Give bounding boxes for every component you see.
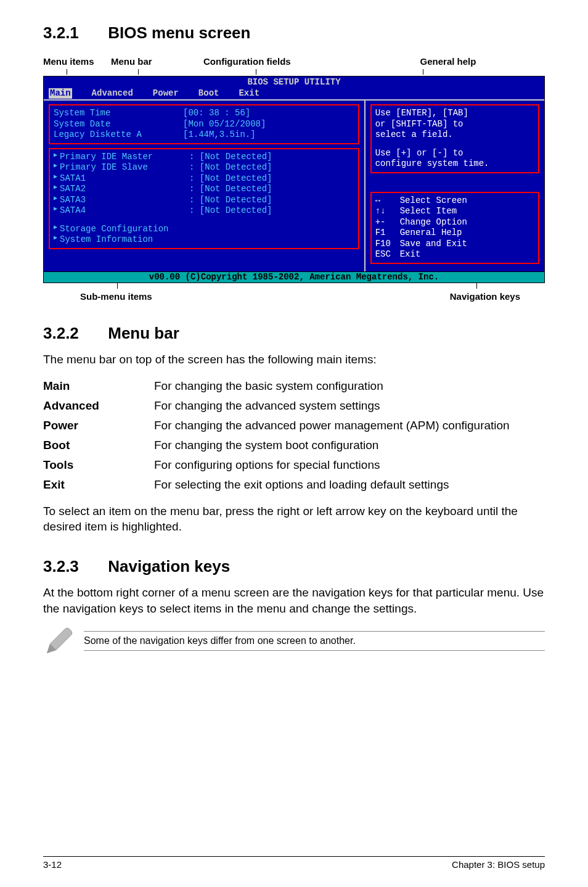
s2-intro: The menu bar on top of the screen has th… [43,352,545,368]
pencil-icon [43,625,75,657]
label-nav-keys: Navigation keys [450,291,520,302]
diagram-top-labels: Menu items Menu bar Configuration fields… [43,56,545,67]
diagram-bottom-labels: Sub-menu items Navigation keys [80,291,520,302]
highlight-box-2: Primary IDE Master: [Not Detected] Prima… [49,148,359,249]
s3-body: At the bottom right corner of a menu scr… [43,585,545,616]
section-number-3: 3.2.3 [43,557,104,576]
definitions-table: MainFor changing the basic system config… [43,376,545,495]
section-heading-3: 3.2.3 Navigation keys [43,557,545,576]
diagram-ticks [43,69,545,75]
section-title-2: Menu bar [108,324,179,342]
highlight-box-1: System Time[00: 38 : 56] System Date[Mon… [49,104,359,144]
page-footer: 3-12 Chapter 3: BIOS setup [43,856,545,870]
chapter-label: Chapter 3: BIOS setup [452,859,545,870]
bios-tab-power[interactable]: Power [153,88,179,99]
s2-outro: To select an item on the menu bar, press… [43,503,545,535]
section-title-3: Navigation keys [108,557,230,576]
highlight-box-keys: ↔Select Screen ↑↓Select Item +-Change Op… [370,192,539,264]
highlight-box-help: Use [ENTER], [TAB] or [SHIFT-TAB] to sel… [370,104,539,173]
note-text: Some of the navigation keys differ from … [84,631,545,651]
section-number-2: 3.2.2 [43,324,104,343]
label-sub-items: Sub-menu items [80,291,152,302]
note-block: Some of the navigation keys differ from … [43,625,545,657]
section-title: BIOS menu screen [108,23,250,42]
label-config-fields: Configuration fields [203,56,351,67]
section-heading-2: 3.2.2 Menu bar [43,324,545,343]
diagram-bottom-ticks [43,283,545,289]
label-menu-items: Menu items [43,56,111,67]
label-general-help: General help [351,56,545,67]
bios-tab-boot[interactable]: Boot [198,88,219,99]
bios-footer: v00.00 (C)Copyright 1985-2002, American … [44,271,544,283]
bios-help-panel: Use [ENTER], [TAB] or [SHIFT-TAB] to sel… [364,101,544,271]
bios-left-panel: System Time[00: 38 : 56] System Date[Mon… [44,101,364,271]
page-number: 3-12 [43,859,62,870]
bios-title: BIOS SETUP UTILITY [44,76,544,88]
bios-menubar: Main Advanced Power Boot Exit [44,88,544,100]
bios-tab-exit[interactable]: Exit [239,88,259,99]
section-number: 3.2.1 [43,23,104,43]
bios-tab-advanced[interactable]: Advanced [92,88,133,99]
bios-tab-main[interactable]: Main [49,88,72,99]
bios-window: BIOS SETUP UTILITY Main Advanced Power B… [43,76,545,283]
bios-body: System Time[00: 38 : 56] System Date[Mon… [44,99,544,271]
section-heading: 3.2.1 BIOS menu screen [43,23,545,43]
label-menu-bar: Menu bar [111,56,203,67]
